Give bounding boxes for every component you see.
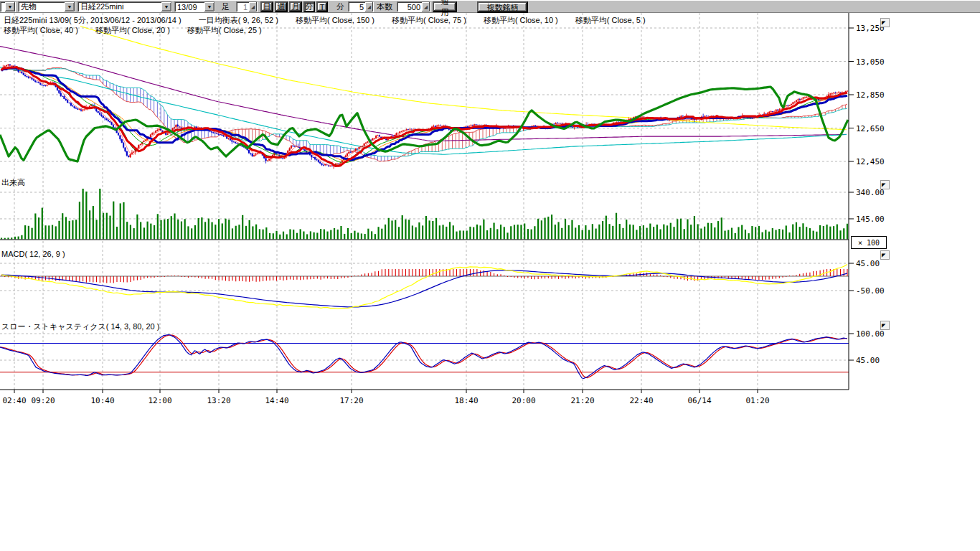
axis-tick-label: 12,450: [856, 157, 885, 166]
axis-tick-label: 12:00: [148, 396, 171, 405]
macd-pane-label: MACD( 12, 26, 9 ): [1, 250, 65, 258]
macd-pane: [0, 264, 849, 309]
axis-tick-label: 14:40: [265, 396, 288, 405]
time-axis: 02:4009:2010:4012:0013:2014:4017:2018:40…: [2, 390, 769, 405]
ichimoku-lines: [0, 67, 848, 166]
axis-tick-label: 13:20: [207, 396, 230, 405]
resize-arrow-icon: ◤: [882, 323, 885, 328]
pane-resize-button-stoch[interactable]: ◤: [880, 321, 890, 330]
axis-tick-label: 13,050: [856, 57, 885, 67]
axis-tick-label: 17:20: [339, 396, 363, 405]
legend-item: 日経225mini 13/09( 5分, 2013/06/12 - 2013/0…: [4, 15, 182, 26]
legend-item: 一目均衡表( 9, 26, 52 ): [199, 15, 278, 26]
axis-tick-label: 12,850: [856, 90, 885, 100]
legend-item: 移動平均( Close, 10 ): [484, 15, 558, 26]
stoch-pane-label: スロー・ストキャスティクス( 14, 3, 80, 20 ): [1, 321, 159, 332]
gridlines: [0, 13, 849, 390]
pane-resize-button-volume[interactable]: ◤: [880, 180, 890, 189]
axis-tick-label: -50.00: [856, 286, 885, 296]
axis-tick-label: 21:20: [570, 396, 594, 405]
legend-item: 移動平均( Close, 20 ): [95, 25, 170, 36]
axis-tick-label: 145.00: [856, 215, 885, 224]
chart-canvas: 13,25013,05012,85012,65012,450340.00145.…: [0, 0, 980, 413]
axis-tick-label: 22:40: [629, 396, 653, 405]
legend-item: 移動平均( Close, 75 ): [392, 15, 466, 26]
stochastics-pane: [0, 335, 849, 379]
resize-arrow-icon: ◤: [882, 253, 885, 258]
pane-resize-button-price[interactable]: ◤: [880, 18, 890, 27]
moving-averages-fast: [1, 65, 847, 166]
axis-tick-label: 45.00: [856, 259, 880, 268]
axis-tick-label: 100.00: [856, 329, 885, 339]
axis-tick-label: 09:20: [31, 396, 55, 405]
legend-item: 移動平均( Close, 150 ): [296, 15, 374, 26]
axis-tick-label: 01:20: [745, 396, 769, 405]
axes: 13,25013,05012,85012,65012,450340.00145.…: [0, 13, 885, 390]
legend-item: 移動平均( Close, 40 ): [4, 25, 78, 36]
axis-tick-label: 20:00: [512, 396, 535, 405]
resize-arrow-icon: ◤: [882, 20, 885, 25]
axis-tick-label: 06/14: [687, 396, 711, 405]
axis-tick-label: 18:40: [454, 396, 478, 405]
axis-tick-label: 10:40: [90, 396, 114, 405]
resize-arrow-icon: ◤: [882, 182, 885, 187]
chart-application-window: ▼ 先物 ▼ 日経225mini ▼ 13/09 ▼ 足 1 ◢ 日 週 月 分…: [0, 0, 980, 551]
legend-line-1: 日経225mini 13/09( 5分, 2013/06/12 - 2013/0…: [4, 15, 646, 26]
axis-tick-label: 45.00: [856, 356, 880, 365]
legend-item: 移動平均( Close, 5 ): [575, 15, 646, 26]
legend-item: 移動平均( Close, 25 ): [187, 25, 262, 36]
legend-line-2: 移動平均( Close, 40 ) 移動平均( Close, 20 ) 移動平均…: [4, 25, 262, 36]
volume-multiplier-badge: × 100: [851, 236, 887, 249]
volume-pane-label: 出来高: [1, 177, 25, 188]
axis-tick-label: 12,650: [856, 124, 885, 133]
pane-resize-button-macd[interactable]: ◤: [880, 250, 890, 260]
axis-tick-label: 02:40: [2, 396, 26, 405]
volume-bars: [0, 189, 849, 240]
